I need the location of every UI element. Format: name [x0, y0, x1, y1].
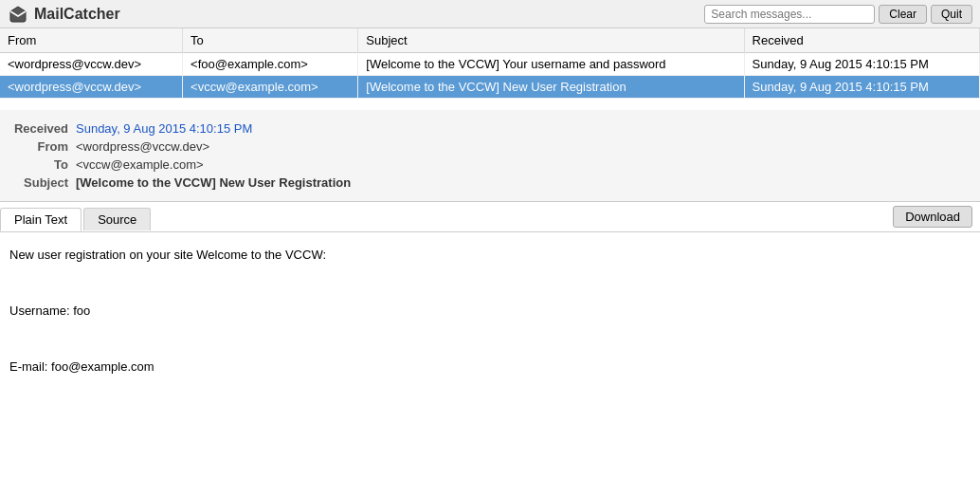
cell-from: <wordpress@vccw.dev> — [0, 76, 183, 99]
tabs-left: Plain Text Source — [0, 208, 153, 230]
cell-from: <wordpress@vccw.dev> — [0, 53, 183, 76]
app-header: MailCatcher Clear Quit — [0, 0, 980, 28]
message-tbody: <wordpress@vccw.dev><foo@example.com>[We… — [0, 53, 980, 99]
email-detail-section: Received Sunday, 9 Aug 2015 4:10:15 PM F… — [0, 110, 980, 202]
detail-to-row: To <vccw@example.com> — [0, 156, 980, 174]
cell-received: Sunday, 9 Aug 2015 4:10:15 PM — [744, 53, 979, 76]
from-value: <wordpress@vccw.dev> — [76, 139, 209, 154]
spacer — [0, 99, 980, 110]
app-title: MailCatcher — [34, 6, 120, 23]
cell-to: <foo@example.com> — [183, 53, 358, 76]
email-body-line: New user registration on your site Welco… — [9, 244, 971, 266]
header-right: Clear Quit — [704, 5, 972, 24]
search-input[interactable] — [704, 5, 875, 24]
email-body-line: E-mail: foo@example.com — [9, 356, 971, 377]
tab-source[interactable]: Source — [83, 208, 151, 230]
col-subject: Subject — [358, 28, 744, 53]
to-value: <vccw@example.com> — [76, 157, 204, 172]
quit-button[interactable]: Quit — [931, 5, 972, 24]
app-logo — [8, 4, 28, 25]
subject-value: [Welcome to the VCCW] New User Registrat… — [76, 175, 351, 190]
email-body-line — [9, 271, 971, 293]
received-label: Received — [9, 121, 76, 136]
received-value: Sunday, 9 Aug 2015 4:10:15 PM — [76, 121, 252, 136]
detail-from-row: From <wordpress@vccw.dev> — [0, 138, 980, 156]
from-label: From — [9, 139, 76, 154]
subject-label: Subject — [9, 175, 76, 190]
tabs-bar: Plain Text Source Download — [0, 202, 980, 232]
table-header-row: From To Subject Received — [0, 28, 980, 53]
email-body-line: Username: foo — [9, 300, 971, 322]
table-row[interactable]: <wordpress@vccw.dev><foo@example.com>[We… — [0, 53, 980, 76]
to-label: To — [9, 157, 76, 172]
col-from: From — [0, 28, 183, 53]
table-row[interactable]: <wordpress@vccw.dev><vccw@example.com>[W… — [0, 76, 980, 99]
tab-plain-text[interactable]: Plain Text — [0, 208, 82, 231]
cell-subject: [Welcome to the VCCW] Your username and … — [358, 53, 744, 76]
email-body-line — [9, 327, 971, 349]
col-received: Received — [744, 28, 979, 53]
detail-subject-row: Subject [Welcome to the VCCW] New User R… — [0, 174, 980, 192]
clear-button[interactable]: Clear — [879, 5, 927, 24]
cell-to: <vccw@example.com> — [183, 76, 358, 99]
message-table: From To Subject Received <wordpress@vccw… — [0, 28, 980, 99]
detail-received-row: Received Sunday, 9 Aug 2015 4:10:15 PM — [0, 120, 980, 138]
cell-received: Sunday, 9 Aug 2015 4:10:15 PM — [744, 76, 979, 99]
email-body: New user registration on your site Welco… — [0, 232, 980, 395]
cell-subject: [Welcome to the VCCW] New User Registrat… — [358, 76, 744, 99]
col-to: To — [183, 28, 358, 53]
download-button[interactable]: Download — [893, 206, 972, 228]
header-left: MailCatcher — [8, 4, 120, 25]
